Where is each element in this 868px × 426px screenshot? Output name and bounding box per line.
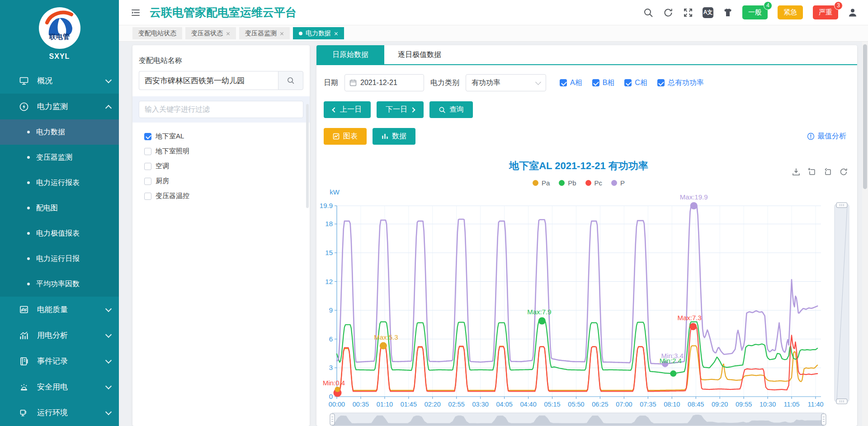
logo-text: 联电管 [39,33,80,41]
date-picker[interactable]: 2021-12-21 [344,74,424,91]
collapse-menu-icon[interactable] [131,8,141,18]
chevron-up-icon [105,104,112,111]
data-tab-1[interactable]: 逐日极值数据 [384,45,455,64]
sidebar-item-label: 概况 [37,76,106,86]
user-icon[interactable] [847,7,858,18]
sidebar-subitem-power-extreme-report[interactable]: 电力极值报表 [0,221,119,246]
close-icon[interactable] [334,30,338,37]
alarm-button-critical[interactable]: 严重3 [813,5,838,19]
checkbox-icon[interactable] [624,79,632,86]
checkbox-icon[interactable] [144,148,151,155]
date-label: 日期 [324,78,338,88]
sidebar-item-power-quality[interactable]: 电能质量 [0,297,119,322]
chevron-left-icon [332,107,337,112]
annotation-dot [690,202,698,209]
sidebar-subitem-power-data[interactable]: 电力数据 [0,119,119,145]
sidebar-group-runtime-env: 运行环境 [0,400,119,426]
sidebar-subitem-power-daily-report[interactable]: 电力运行日报 [0,246,119,271]
search-icon[interactable] [643,7,654,18]
keyword-filter-input[interactable] [139,101,303,118]
close-icon[interactable] [226,30,230,37]
annotation-label: Max:19.9 [680,193,708,201]
sidebar-item-label: 安全用电 [37,382,106,392]
sidebar-subitem-label: 电力运行报表 [36,178,80,188]
page-scrollbar[interactable] [862,41,868,426]
fullscreen-icon[interactable] [683,7,693,18]
sidebar-group-event-records: 事件记录 [0,348,119,374]
power-type-select[interactable]: 有功功率 [466,74,546,91]
sidebar-subitem-avg-power-factor[interactable]: 平均功率因数 [0,271,119,297]
tree-node-label: 厨房 [156,177,169,185]
tree-node-3[interactable]: 厨房 [144,174,302,189]
checkbox-icon[interactable] [144,163,151,170]
sidebar-item-usage-analysis[interactable]: 用电分析 [0,322,119,348]
tree-node-1[interactable]: 地下室照明 [144,144,302,159]
panel-scrollbar[interactable] [306,104,309,208]
y-tick-label: 12 [325,278,333,285]
alarm-button-general[interactable]: 一般4 [742,5,768,19]
x-tick-label: 01:45 [401,401,417,408]
alarm-button-urgent[interactable]: 紧急 [778,5,803,19]
prev-day-button[interactable]: 上一日 [324,101,371,118]
checkbox-icon[interactable] [144,193,151,200]
bullet-icon [27,181,30,184]
annotation-label: Min:0.4 [323,379,345,387]
route-tab-0[interactable]: 变配电站状态 [132,27,182,39]
sidebar-item-safe-power[interactable]: 安全用电 [0,374,119,400]
active-dot-icon [299,32,302,35]
sidebar-subitem-label: 电力极值报表 [36,229,80,238]
query-button[interactable]: 查询 [429,101,473,118]
close-icon[interactable] [280,30,284,37]
alarm-button-label: 严重 [819,8,832,16]
app-header: 云联电管家配电室运维云平台 A文 一般4紧急严重3 [119,0,868,25]
sidebar-item-power-monitoring[interactable]: 电力监测 [0,94,119,119]
chevron-down-icon [105,408,112,415]
checkbox-icon[interactable] [657,79,665,86]
station-name-label: 变配电站名称 [139,56,303,66]
info-icon [807,133,815,140]
refresh-icon[interactable] [663,7,674,18]
station-search-button[interactable] [278,71,303,90]
checkbox-icon[interactable] [144,178,151,185]
annotation-dot [689,323,697,330]
chart-view-button[interactable]: 图表 [324,128,367,145]
sidebar-item-event-records[interactable]: 事件记录 [0,348,119,374]
sidebar-item-overview[interactable]: 概况 [0,68,119,94]
quality-icon [19,305,29,315]
sidebar-subitem-power-run-report[interactable]: 电力运行报表 [0,170,119,195]
route-tab-3[interactable]: 电力数据 [293,27,344,39]
safety-icon [19,382,29,392]
sidebar-item-runtime-env[interactable]: 运行环境 [0,400,119,426]
checkbox-icon[interactable] [144,133,151,140]
phase-checkbox-3[interactable]: 总有功功率 [657,78,704,88]
tree-node-0[interactable]: 地下室AL [144,129,302,144]
alarm-count-badge: 3 [834,1,843,10]
sidebar-subitem-transformer-monitoring[interactable]: 变压器监测 [0,145,119,170]
y-tick-label: 19.9 [320,202,333,209]
route-tab-2[interactable]: 变压器监测 [239,27,290,39]
circuit-tree: 地下室AL地下室照明空调厨房变压器温控 [139,123,303,204]
view-buttons-row: 图表 数据 最值分析 [316,118,857,145]
checkbox-icon[interactable] [592,79,599,86]
sidebar-subitem-label: 配电图 [36,204,58,213]
page-scroll-thumb[interactable] [863,44,867,189]
next-day-button[interactable]: 下一日 [377,101,424,118]
phase-checkbox-2[interactable]: C相 [624,78,647,88]
station-search-input[interactable] [139,71,278,90]
translate-icon[interactable]: A文 [703,7,713,18]
extreme-analysis-link[interactable]: 最值分析 [807,132,846,141]
header-actions: A文 一般4紧急严重3 [643,5,858,19]
phase-checkbox-1[interactable]: B相 [592,78,615,88]
phase-checkbox-0[interactable]: A相 [560,78,582,88]
query-controls: 日期 2021-12-21 电力类别 有功功率 A相B相C相总有功功率 [316,65,857,91]
checkbox-icon[interactable] [560,79,567,86]
data-tab-0[interactable]: 日原始数据 [316,45,384,64]
tree-node-4[interactable]: 变压器温控 [144,189,302,204]
data-view-button[interactable]: 数据 [373,128,415,145]
chevron-down-icon [105,305,112,312]
route-tab-1[interactable]: 变压器状态 [185,27,236,39]
tree-node-2[interactable]: 空调 [144,159,302,174]
sidebar-subitem-distribution-diagram[interactable]: 配电图 [0,195,119,221]
theme-icon[interactable] [722,7,733,18]
y-tick-label: 3 [329,364,333,371]
